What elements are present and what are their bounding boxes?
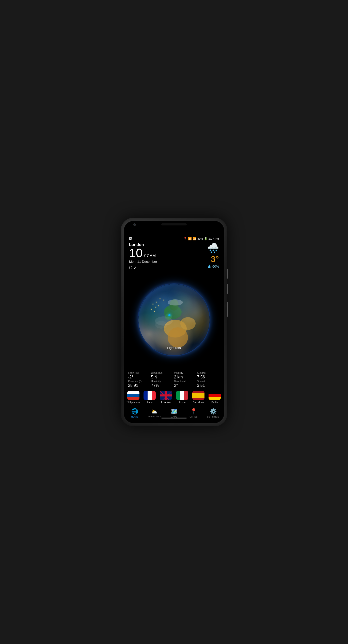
- svg-point-5: [168, 327, 188, 348]
- city-paris[interactable]: Paris: [142, 391, 157, 404]
- svg-point-6: [180, 317, 196, 330]
- volume-down-button[interactable]: [227, 284, 228, 294]
- home-icon: 🌐: [131, 408, 138, 415]
- ulyanovsk-flag-wrapper: [127, 391, 139, 400]
- cities-icon: 📍: [190, 408, 197, 415]
- svg-point-7: [168, 299, 183, 305]
- camera: [133, 223, 136, 226]
- power-button[interactable]: [227, 302, 228, 317]
- svg-point-0: [164, 305, 182, 319]
- gallery-icon: 🖼: [129, 237, 132, 240]
- settings-label: SETTINGS: [207, 416, 219, 418]
- italy-flag: [176, 391, 188, 400]
- uk-flag: [160, 391, 172, 400]
- city-london[interactable]: London: [159, 391, 173, 404]
- nav-cities[interactable]: 📍 CITIES: [184, 408, 203, 418]
- barcelona-label: Barcelona: [193, 401, 204, 404]
- visibility-value: 2 km: [174, 375, 197, 379]
- pressure-label: Pressure ("): [128, 380, 151, 383]
- share-icon[interactable]: ⬡: [129, 265, 133, 270]
- city-switcher: * Ulyanovsk Paris London: [125, 390, 223, 406]
- app-screen: 🖼 📍 📶 📶 89% 🔋 2:07 PM London 10: [125, 235, 223, 421]
- top-info: London 10 :07 AM Mon, 11 December ⬡ ⤢ 🌧️: [125, 241, 223, 270]
- spain-flag: [192, 391, 204, 400]
- sunset-label: Sunset: [197, 380, 220, 383]
- volume-up-button[interactable]: [227, 269, 228, 279]
- nav-home[interactable]: 🌐 HOME: [125, 408, 145, 418]
- sunrise-value: 7:56: [197, 375, 220, 379]
- globe-wrapper: Light rain: [138, 284, 210, 355]
- svg-point-9: [155, 321, 168, 329]
- rain-chance: 💧 60%: [207, 265, 219, 268]
- visibility-item: Visibility 2 km Dew Point 2°: [174, 372, 197, 388]
- land-svg: [138, 284, 210, 355]
- city-rome[interactable]: Rome: [175, 391, 189, 404]
- battery-percent: 89%: [197, 237, 203, 240]
- maps-icon: 🗺️: [171, 408, 178, 415]
- time-display: 10 :07 AM: [129, 247, 157, 259]
- wind-value: 5 N: [151, 375, 174, 379]
- russia-flag: [127, 391, 139, 400]
- london-label: London: [161, 401, 171, 404]
- paris-label: Paris: [147, 401, 153, 404]
- home-indicator: [161, 418, 187, 419]
- speaker: [161, 223, 187, 225]
- time-big: 10: [129, 247, 143, 259]
- settings-icon: ⚙️: [210, 408, 217, 415]
- weather-details: Feels like -2° Pressure (") 28.91 Wind (…: [125, 370, 223, 390]
- signal-icon: 📶: [193, 237, 196, 240]
- svg-point-8: [155, 316, 173, 326]
- berlin-label: Berlin: [211, 401, 218, 404]
- location-icon: 📍: [183, 237, 187, 240]
- nav-maps[interactable]: 🗺️ MAPS: [164, 408, 184, 418]
- forecast-icon: ⛅: [151, 408, 157, 415]
- feels-like-item: Feels like -2° Pressure (") 28.91: [128, 372, 151, 388]
- nav-forecast[interactable]: ⛅ FORECAST: [145, 408, 164, 418]
- location-time: London 10 :07 AM Mon, 11 December ⬡ ⤢: [129, 242, 157, 270]
- city-ulyanovsk[interactable]: * Ulyanovsk: [126, 391, 141, 404]
- svg-point-3: [165, 314, 172, 320]
- dew-point-label: Dew Point: [174, 380, 197, 383]
- sunrise-item: Sunrise 7:56 Sunset 3:51: [197, 372, 220, 388]
- france-flag: [144, 391, 156, 400]
- share-icon-sym[interactable]: ⤢: [134, 266, 137, 270]
- status-left: 🖼: [129, 237, 132, 240]
- humidity-label: Humidity: [151, 380, 174, 383]
- earth-globe[interactable]: [138, 284, 210, 355]
- humidity-value: 77%: [151, 383, 174, 388]
- rome-label: Rome: [179, 401, 186, 404]
- svg-point-2: [165, 307, 170, 314]
- feels-like-value: -2°: [128, 375, 151, 379]
- phone-device: 🖼 📍 📶 📶 89% 🔋 2:07 PM London 10: [121, 218, 227, 426]
- time-small: :07 AM: [143, 254, 156, 258]
- city-lights: [138, 284, 210, 355]
- dew-point-value: 2°: [174, 383, 197, 388]
- location-marker: [168, 314, 170, 316]
- status-bar: 🖼 📍 📶 📶 89% 🔋 2:07 PM: [125, 235, 223, 241]
- globe-shine: [149, 291, 178, 313]
- phone-screen: 🖼 📍 📶 📶 89% 🔋 2:07 PM London 10: [124, 221, 224, 423]
- forecast-label: FORECAST: [148, 415, 161, 418]
- status-time: 2:07 PM: [209, 237, 219, 240]
- pressure-value: 28.91: [128, 383, 151, 388]
- wind-item: Wind (m/s) 5 N Humidity 77%: [151, 372, 174, 388]
- status-right: 📍 📶 📶 89% 🔋 2:07 PM: [183, 237, 219, 240]
- sunset-value: 3:51: [197, 383, 220, 388]
- globe-container: Light rain: [125, 267, 223, 372]
- home-label: HOME: [131, 416, 138, 418]
- battery-icon: 🔋: [204, 237, 208, 240]
- date-display: Mon, 11 December: [129, 260, 157, 264]
- temperature-display: 3°: [211, 254, 219, 264]
- ulyanovsk-label: * Ulyanovsk: [127, 401, 140, 404]
- weather-condition-label: Light rain: [167, 346, 181, 350]
- nav-settings[interactable]: ⚙️ SETTINGS: [203, 408, 223, 418]
- city-berlin[interactable]: Berlin: [207, 391, 222, 404]
- weather-top-right: 🌧️ 3° 💧 60%: [207, 242, 219, 268]
- uk-flag-detail: [160, 391, 172, 400]
- city-barcelona[interactable]: Barcelona: [191, 391, 206, 404]
- wifi-icon: 📶: [188, 237, 192, 240]
- cities-label: CITIES: [189, 416, 198, 418]
- weather-condition-icon: 🌧️: [207, 242, 219, 254]
- germany-flag: [209, 391, 221, 400]
- svg-point-4: [164, 320, 187, 338]
